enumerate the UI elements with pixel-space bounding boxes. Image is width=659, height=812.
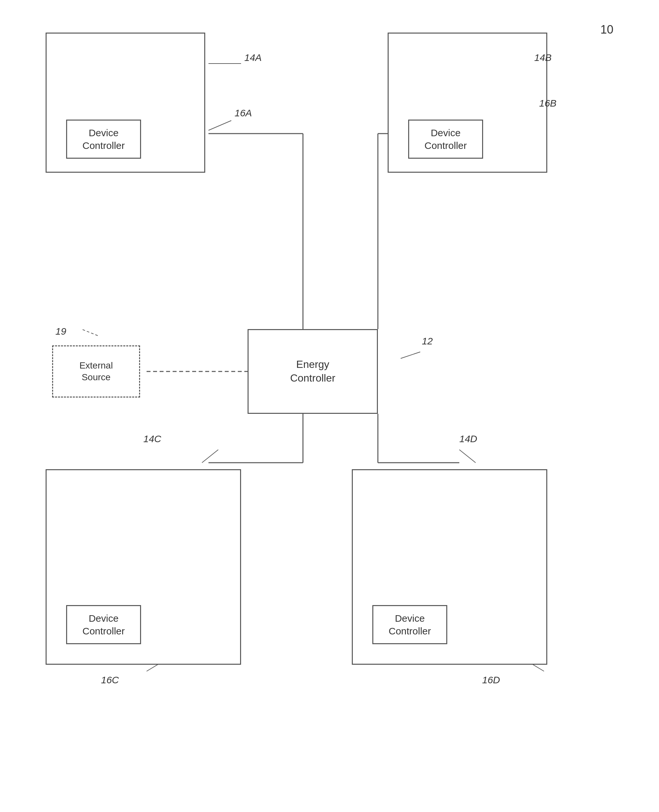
ref-16d: 16D [482,675,500,686]
ref-16a: 16A [235,107,252,118]
ref-16c: 16C [101,675,119,686]
figure-number: 10 [601,23,613,36]
device-14a: DeviceController [46,33,205,173]
controller-16b: DeviceController [408,120,483,159]
svg-line-19 [401,352,420,358]
controller-16b-label: DeviceController [424,126,467,152]
ref-14b: 14B [534,52,552,63]
svg-line-15 [202,450,218,463]
energy-controller-label: EnergyController [290,358,336,385]
ref-12: 12 [422,336,433,347]
external-source: ExternalSource [52,345,140,397]
device-14b: DeviceController [388,33,547,173]
ref-16b: 16B [539,98,557,109]
svg-line-17 [459,450,476,463]
controller-16a: DeviceController [66,120,141,159]
controller-16c: DeviceController [66,605,141,644]
energy-controller: EnergyController [248,329,378,414]
ref-14c: 14C [143,434,161,445]
controller-16d: DeviceController [372,605,447,644]
ref-14d: 14D [459,434,477,445]
svg-line-20 [82,329,98,336]
controller-16d-label: DeviceController [389,612,431,637]
controller-16c-label: DeviceController [82,612,125,637]
device-14d: DeviceController [352,469,547,665]
device-14c: DeviceController [46,469,241,665]
controller-16a-label: DeviceController [82,126,125,152]
diagram-container: 10 [19,13,640,799]
external-source-label: ExternalSource [79,360,113,383]
ref-14a: 14A [244,52,262,63]
svg-line-12 [208,121,231,130]
ref-19: 19 [55,326,66,337]
